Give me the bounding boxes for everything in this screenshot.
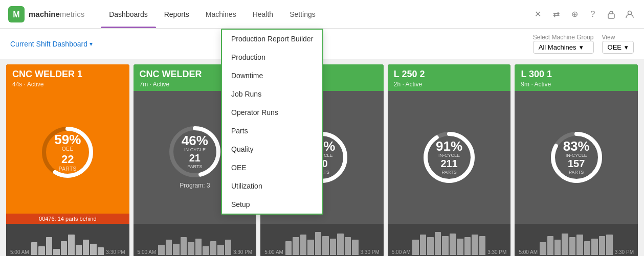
- help-icon[interactable]: ?: [587, 8, 599, 20]
- globe-icon[interactable]: ⊕: [568, 8, 581, 20]
- dropdown-item-setup[interactable]: Setup: [222, 195, 322, 214]
- settings-icon[interactable]: ✕: [531, 8, 544, 20]
- user-icon[interactable]: [624, 8, 636, 20]
- bar-10: [98, 247, 104, 255]
- view-control: View OEE ▾: [602, 34, 634, 54]
- bar-6: [450, 234, 456, 255]
- bar-7: [203, 246, 209, 255]
- footer-end-time-cnc-welder-1: 3:30 PM: [106, 249, 125, 255]
- view-dropdown[interactable]: OEE ▾: [602, 41, 634, 54]
- bar-1: [158, 245, 164, 255]
- dropdown-item-downtime[interactable]: Downtime: [222, 66, 322, 85]
- nav-item-settings[interactable]: Settings: [281, 0, 324, 28]
- gauge-parts-cnc-welder-2: 21: [189, 152, 201, 164]
- card-title-l-250-2: L 250 2: [394, 69, 505, 80]
- bar-1: [31, 242, 37, 255]
- bar-4: [562, 234, 568, 255]
- footer-end-time-cnc-welder-2: 3:30 PM: [233, 249, 252, 255]
- bar-6: [195, 239, 202, 255]
- gauge-cnc-welder-1: 59% OEE 22 PARTS: [39, 124, 96, 180]
- gauge-l-250-2: 91% IN-CYCLE 211 PARTS: [421, 129, 477, 185]
- machine-group-dropdown[interactable]: All Machines ▾: [533, 41, 594, 54]
- gauge-percent-cnc-welder-2: 46%: [182, 134, 208, 147]
- bar-6: [576, 235, 583, 255]
- card-footer-l-250-2: 5:00 AM 3:30 PM: [388, 224, 511, 256]
- card-header-l-300-1: L 300 1 9m · Active: [515, 64, 638, 91]
- gauge-content-cnc-welder-1: 59% OEE 22 PARTS: [54, 133, 81, 172]
- dropdown-item-production-report-builder[interactable]: Production Report Builder: [222, 30, 322, 48]
- card-footer-cnc-welder-2: 5:00 AM 3:30 PM: [134, 224, 257, 256]
- gauge-label-cnc-welder-2: IN-CYCLE: [184, 147, 206, 152]
- bar-3: [173, 244, 179, 255]
- bar-chart-cnc-welder-2: [156, 229, 233, 255]
- logo-text: machinemetrics: [29, 10, 84, 18]
- gauge-content-l-250-2: 91% IN-CYCLE 211 PARTS: [436, 139, 462, 175]
- bar-10: [479, 236, 485, 255]
- gauge-percent-l-250-2: 91%: [436, 139, 462, 153]
- footer-start-time-l-250-2: 5:00 AM: [392, 249, 411, 255]
- dropdown-item-oee[interactable]: OEE: [222, 158, 322, 177]
- view-label: View: [602, 34, 634, 41]
- bar-3: [300, 235, 306, 255]
- nav-item-dashboards[interactable]: Dashboards: [101, 0, 156, 28]
- machine-group-value: All Machines: [539, 43, 576, 51]
- bar-2: [293, 237, 299, 255]
- nav-item-machines[interactable]: Machines: [197, 0, 245, 28]
- gauge-parts-l-300-1: 157: [568, 158, 585, 170]
- bar-8: [337, 234, 343, 255]
- dropdown-item-job-runs[interactable]: Job Runs: [222, 85, 322, 103]
- bar-chart-l-300-1: [538, 229, 615, 255]
- bar-7: [584, 241, 590, 255]
- bar-3: [554, 240, 561, 255]
- bar-8: [591, 239, 597, 255]
- dropdown-item-quality[interactable]: Quality: [222, 140, 322, 158]
- dropdown-item-parts[interactable]: Parts: [222, 122, 322, 140]
- bar-6: [68, 235, 74, 255]
- bar-5: [442, 236, 448, 255]
- bar-10: [225, 240, 231, 255]
- dropdown-item-production[interactable]: Production: [222, 48, 322, 66]
- machine-card-l-250-2: L 250 2 2h · Active 91% IN-CYCLE 211 PAR…: [388, 64, 511, 256]
- card-note-cnc-welder-1: 00476: 14 parts behind: [6, 214, 129, 224]
- bar-7: [457, 239, 463, 255]
- bar-2: [166, 240, 172, 255]
- nav-item-health[interactable]: Health: [245, 0, 281, 28]
- bar-2: [420, 235, 426, 255]
- header-icons: ✕ ⇄ ⊕ ?: [531, 8, 636, 20]
- card-footer-l-250-1: 5:00 AM 3:30 PM: [260, 224, 384, 256]
- bar-9: [345, 237, 351, 255]
- footer-end-time-l-250-2: 3:30 PM: [487, 249, 506, 255]
- gauge-label-cnc-welder-1: OEE: [62, 146, 74, 152]
- bar-8: [464, 237, 471, 255]
- bar-1: [540, 242, 546, 255]
- bar-10: [606, 235, 612, 255]
- bar-7: [330, 239, 336, 255]
- dropdown-item-operator-runs[interactable]: Operator Runs: [222, 103, 322, 122]
- bar-5: [188, 242, 194, 255]
- gauge-parts-label-cnc-welder-1: PARTS: [59, 166, 77, 172]
- shuffle-icon[interactable]: ⇄: [550, 8, 562, 20]
- main-nav: Dashboards Reports Machines Health Setti…: [101, 0, 531, 28]
- bar-5: [61, 241, 67, 255]
- machine-group-chevron-icon: ▾: [580, 43, 583, 51]
- current-shift-selector[interactable]: Current Shift Dashboard ▾: [10, 40, 93, 48]
- gauge-cnc-welder-2: 46% IN-CYCLE 21 PARTS: [167, 124, 223, 180]
- machine-card-l-300-1: L 300 1 9m · Active 83% IN-CYCLE 157 PAR…: [515, 64, 638, 256]
- card-body-l-300-1: 83% IN-CYCLE 157 PARTS: [515, 91, 638, 224]
- view-chevron-icon: ▾: [625, 43, 628, 51]
- reports-dropdown: Production Report Builder Production Dow…: [221, 29, 323, 215]
- gauge-content-cnc-welder-2: 46% IN-CYCLE 21 PARTS: [182, 134, 208, 169]
- machine-group-control: Select Machine Group All Machines ▾: [533, 34, 594, 54]
- bar-4: [53, 249, 59, 255]
- bar-7: [76, 245, 82, 255]
- bar-4: [307, 240, 314, 255]
- dropdown-item-utilization[interactable]: Utilization: [222, 177, 322, 195]
- lock-icon[interactable]: [605, 8, 617, 20]
- footer-start-time-l-300-1: 5:00 AM: [519, 249, 538, 255]
- bar-chart-l-250-1: [283, 229, 361, 255]
- bar-8: [83, 240, 89, 255]
- bar-3: [46, 237, 52, 255]
- card-footer-cnc-welder-1: 5:00 AM 3:30 PM: [6, 224, 129, 256]
- nav-item-reports[interactable]: Reports: [156, 0, 197, 28]
- machine-card-cnc-welder-1: CNC WELDER 1 44s · Active 59% OEE 22 PAR…: [6, 64, 129, 256]
